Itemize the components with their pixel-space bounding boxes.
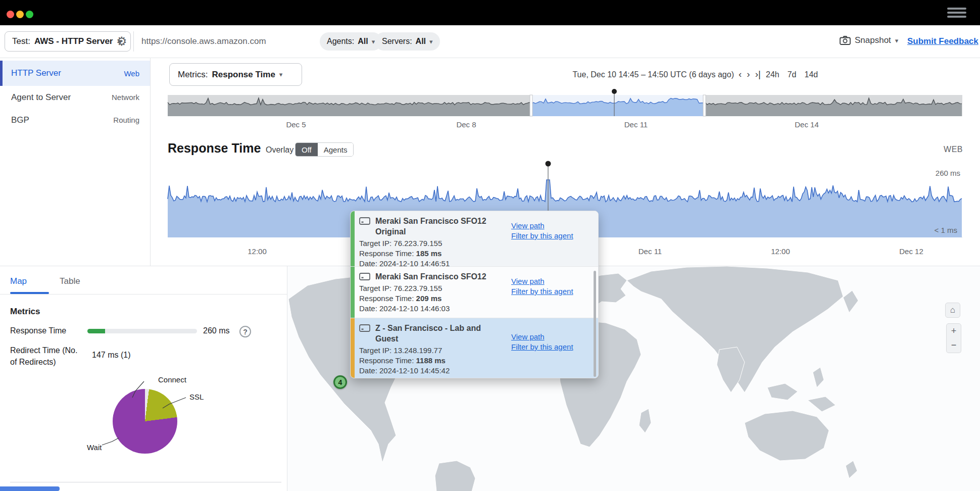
agent-name: Meraki San Francisco SFO12 Original [375, 216, 489, 237]
overview-marker-pin[interactable] [612, 89, 617, 94]
window-titlebar [0, 0, 980, 25]
test-selector[interactable]: Test: AWS - HTTP Server ▼ [5, 31, 131, 52]
metrics-value: Response Time [212, 70, 275, 80]
tooltip-scrollbar-thumb[interactable] [594, 271, 596, 377]
close-window-button[interactable] [7, 11, 14, 18]
map-zoom-out-button[interactable]: − [946, 338, 961, 353]
response-breakdown-pie-chart[interactable] [113, 389, 177, 454]
tab-map[interactable]: Map [10, 276, 27, 286]
response-time-progressbar [87, 329, 197, 333]
range-7d-button[interactable]: 7d [788, 70, 797, 79]
range-24h-button[interactable]: 24h [766, 70, 779, 79]
agent-name: Z - San Francisco - Lab and Guest [375, 323, 489, 344]
x-axis-tick: 12:00 [771, 247, 790, 256]
response-time-value: 260 ms [203, 326, 229, 335]
agent-card[interactable]: Meraki San Francisco SFO12 Original Targ… [351, 211, 598, 267]
nav-next-button[interactable]: › [747, 69, 750, 80]
results-left-panel: Map Table Metrics Response Time 260 ms ?… [0, 266, 287, 491]
y-axis-max-label: 260 ms [936, 169, 960, 177]
test-label: Test: [12, 36, 30, 46]
agent-cluster-marker[interactable]: 4 [333, 375, 347, 389]
snapshot-button[interactable]: Snapshot ▾ [840, 35, 898, 45]
redirect-time-value: 147 ms (1) [92, 351, 130, 360]
redirect-time-label: Redirect Time (No. of Redirects) [10, 345, 86, 368]
web-layer-badge: WEB [944, 145, 963, 154]
tab-table[interactable]: Table [60, 276, 80, 286]
agent-response-time: Response Time: 209 ms [359, 293, 489, 304]
overview-timeline-brush[interactable] [168, 95, 962, 116]
chart-marker-pin[interactable] [546, 161, 551, 167]
servers-label: Servers: [382, 37, 412, 46]
sidebar-item-http-server[interactable]: HTTP Server Web [0, 61, 150, 86]
range-14d-button[interactable]: 14d [805, 70, 818, 79]
timerange-label: Tue, Dec 10 14:45 – 14:50 UTC (6 days ag… [572, 70, 734, 79]
overview-date: Dec 11 [624, 120, 648, 129]
pie-label-connect: Connect [158, 375, 186, 384]
agent-response-time: Response Time: 1188 ms [359, 356, 489, 366]
metrics-selector[interactable]: Metrics: Response Time ▾ [169, 63, 302, 86]
agent-name: Meraki San Francisco SFO12 [375, 271, 489, 282]
sidebar-item-label: HTTP Server [11, 68, 61, 78]
overlay-off-button[interactable]: Off [296, 143, 318, 156]
agent-target-ip: Target IP: 13.248.199.77 [359, 346, 489, 356]
y-axis-min-label: < 1 ms [935, 226, 957, 234]
view-path-link[interactable]: View path [511, 277, 573, 285]
overview-date: Dec 14 [795, 120, 819, 129]
agent-target-ip: Target IP: 76.223.79.155 [359, 238, 489, 249]
agents-filter[interactable]: Agents: All ▾ [320, 32, 382, 51]
agents-value: All [358, 37, 368, 46]
enterprise-agent-icon [359, 273, 370, 280]
sidebar-item-agent-to-server[interactable]: Agent to Server Network [0, 86, 150, 109]
chart-title: Response Time [168, 141, 261, 156]
filter-by-agent-link[interactable]: Filter by this agent [511, 342, 573, 351]
filter-by-agent-link[interactable]: Filter by this agent [511, 231, 573, 240]
nav-latest-button[interactable]: ›| [755, 69, 761, 80]
agent-card[interactable]: Meraki San Francisco SFO12 Target IP: 76… [351, 267, 598, 318]
sidebar-item-category: Web [124, 69, 139, 78]
overlay-toggle: Off Agents [295, 142, 354, 157]
map-home-button[interactable]: ⌂ [945, 303, 960, 318]
sidebar-item-label: BGP [11, 115, 29, 125]
brush-handle-left[interactable] [530, 95, 532, 116]
app-window: Test: AWS - HTTP Server ▼ ⚙ https://cons… [0, 0, 980, 491]
metrics-heading: Metrics [10, 307, 40, 317]
filter-by-agent-link[interactable]: Filter by this agent [511, 287, 573, 296]
camera-icon [840, 36, 851, 45]
nav-prev-button[interactable]: ‹ [739, 69, 742, 80]
x-axis-tick: Dec 12 [899, 247, 923, 256]
toolbar: Test: AWS - HTTP Server ▼ ⚙ https://cons… [0, 25, 980, 58]
x-axis-tick: 12:00 [248, 247, 267, 256]
view-path-link[interactable]: View path [511, 332, 573, 341]
brush-handle-right[interactable] [703, 95, 706, 116]
agent-date: Date: 2024-12-10 14:45:42 [359, 366, 489, 376]
agent-status-accent [351, 267, 355, 318]
servers-filter[interactable]: Servers: All ▾ [375, 32, 440, 51]
pie-label-wait: Wait [87, 443, 102, 452]
agent-status-accent [351, 318, 355, 378]
submit-feedback-link[interactable]: Submit Feedback [907, 36, 978, 46]
agent-tooltip-popup: Meraki San Francisco SFO12 Original Targ… [350, 211, 599, 378]
agent-response-time: Response Time: 185 ms [359, 249, 489, 259]
help-icon[interactable]: ? [239, 326, 251, 337]
sidebar-item-bgp[interactable]: BGP Routing [0, 109, 150, 131]
range-buttons: 24h 7d 14d [766, 70, 818, 79]
agents-label: Agents: [327, 37, 354, 46]
minimize-window-button[interactable] [16, 11, 24, 18]
x-axis-tick: Dec 11 [639, 247, 662, 256]
maximize-window-button[interactable] [26, 11, 33, 18]
toolbar-divider [133, 31, 134, 52]
sidebar-item-category: Network [112, 93, 139, 102]
hamburger-menu-icon[interactable] [947, 8, 966, 18]
overlay-agents-button[interactable]: Agents [318, 143, 354, 156]
agent-card-highlighted[interactable]: Z - San Francisco - Lab and Guest Target… [351, 318, 598, 378]
agent-status-accent [351, 211, 355, 266]
agent-date: Date: 2024-12-10 14:46:03 [359, 304, 489, 314]
gear-icon[interactable]: ⚙ [116, 32, 127, 51]
time-navigation: ‹ › ›| [739, 69, 761, 80]
horizontal-scrollbar-thumb[interactable] [0, 486, 60, 491]
pie-label-ssl: SSL [189, 392, 204, 401]
test-value: AWS - HTTP Server [34, 36, 113, 46]
response-time-progress-fill [87, 329, 105, 333]
map-zoom-in-button[interactable]: + [946, 323, 961, 338]
view-path-link[interactable]: View path [511, 221, 573, 230]
